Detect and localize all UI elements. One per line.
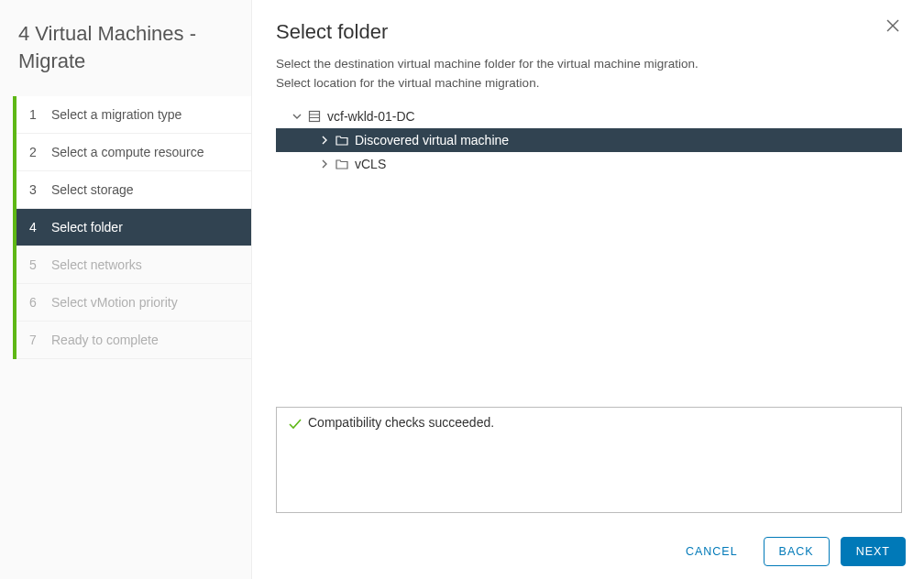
wizard-steps: 1 Select a migration type 2 Select a com… [13,96,251,359]
step-label: Select vMotion priority [51,295,178,310]
compatibility-message: Compatibility checks succeeded. [308,415,494,430]
svg-rect-2 [310,112,320,122]
step-number: 7 [29,333,42,347]
close-icon [886,18,900,33]
step-number: 5 [29,257,42,272]
compatibility-panel: Compatibility checks succeeded. [276,407,902,513]
tree-root[interactable]: vcf-wkld-01-DC [276,104,902,128]
page-title: Select folder [276,20,902,44]
step-number: 6 [29,295,42,310]
back-button[interactable]: BACK [764,537,830,566]
folder-icon [335,157,349,171]
tree-item-label: Discovered virtual machine [355,133,509,147]
step-label: Select storage [51,182,134,197]
step-label: Select a migration type [51,107,182,122]
page-description-2: Select location for the virtual machine … [276,76,902,90]
step-7: 7 Ready to complete [16,322,251,359]
step-number: 2 [29,145,42,159]
folder-icon [335,133,349,147]
step-number: 1 [29,107,42,122]
main-panel: Select folder Select the destination vir… [252,0,924,579]
cancel-button[interactable]: CANCEL [671,537,753,566]
chevron-down-icon[interactable] [292,112,302,121]
chevron-right-icon[interactable] [320,136,329,145]
step-2[interactable]: 2 Select a compute resource [16,134,251,171]
checkmark-icon [288,417,302,432]
step-4[interactable]: 4 Select folder [16,209,251,246]
step-label: Select a compute resource [51,145,204,159]
wizard-title: 4 Virtual Machines - Migrate [0,16,251,96]
tree-item-discovered-vm[interactable]: Discovered virtual machine [276,128,902,152]
step-3[interactable]: 3 Select storage [16,171,251,209]
chevron-right-icon[interactable] [320,159,329,169]
next-button[interactable]: NEXT [841,537,906,566]
folder-tree: vcf-wkld-01-DC Discovered virtual machin… [276,104,902,176]
step-label: Select networks [51,257,142,272]
wizard-footer: CANCEL BACK NEXT [252,524,924,579]
step-label: Select folder [51,220,123,235]
tree-item-label: vCLS [355,157,386,171]
tree-item-vcls[interactable]: vCLS [276,152,902,176]
step-label: Ready to complete [51,333,159,347]
step-6: 6 Select vMotion priority [16,284,251,322]
tree-root-label: vcf-wkld-01-DC [327,109,415,124]
step-5: 5 Select networks [16,246,251,284]
close-button[interactable] [886,18,904,37]
wizard-sidebar: 4 Virtual Machines - Migrate 1 Select a … [0,0,252,579]
step-number: 4 [29,220,42,235]
datacenter-icon [307,109,322,124]
step-1[interactable]: 1 Select a migration type [16,96,251,134]
page-description-1: Select the destination virtual machine f… [276,57,902,71]
step-number: 3 [29,182,42,197]
